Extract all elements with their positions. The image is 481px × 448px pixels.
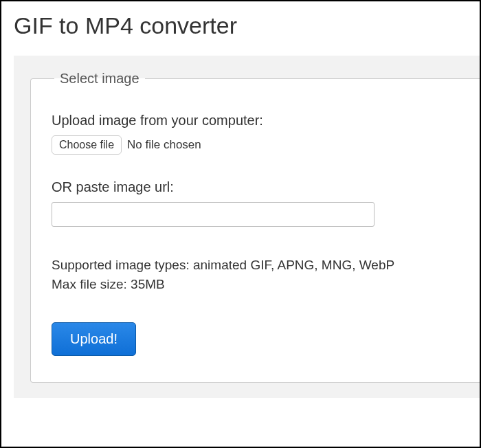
select-image-fieldset: Select image Upload image from your comp… xyxy=(30,71,480,383)
upload-label: Upload image from your computer: xyxy=(52,113,480,128)
supported-types-text: Supported image types: animated GIF, APN… xyxy=(52,256,480,293)
choose-file-button[interactable]: Choose file xyxy=(52,135,122,155)
upload-button[interactable]: Upload! xyxy=(52,322,136,356)
panel-background: Select image Upload image from your comp… xyxy=(14,56,480,398)
max-file-size-line: Max file size: 35MB xyxy=(52,277,165,291)
fieldset-legend: Select image xyxy=(54,71,145,87)
file-input-row: Choose file No file chosen xyxy=(52,135,480,155)
or-paste-url-label: OR paste image url: xyxy=(52,179,480,195)
image-url-input[interactable] xyxy=(52,202,374,227)
supported-types-line1: Supported image types: animated GIF, APN… xyxy=(52,258,394,272)
app-window: GIF to MP4 converter Select image Upload… xyxy=(0,0,481,448)
page-title: GIF to MP4 converter xyxy=(14,12,480,39)
file-status-text: No file chosen xyxy=(127,138,201,152)
